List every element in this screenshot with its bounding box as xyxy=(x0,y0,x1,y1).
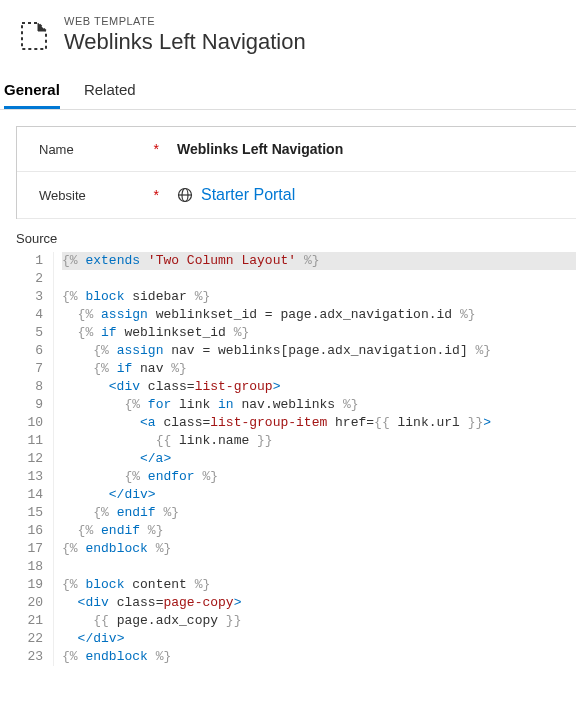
name-input[interactable]: Weblinks Left Navigation xyxy=(177,141,576,157)
globe-icon xyxy=(177,187,193,203)
required-indicator: * xyxy=(154,141,159,157)
website-row: Website * Starter Portal xyxy=(17,172,576,219)
form-area: Name * Weblinks Left Navigation Website … xyxy=(16,126,576,219)
website-link[interactable]: Starter Portal xyxy=(177,186,295,204)
required-indicator: * xyxy=(154,187,159,203)
web-template-icon xyxy=(18,19,50,51)
code-lines[interactable]: {% extends 'Two Column Layout' %} {% blo… xyxy=(54,252,576,666)
source-label: Source xyxy=(0,219,576,252)
breadcrumb: WEB TEMPLATE xyxy=(64,15,558,27)
tab-general[interactable]: General xyxy=(4,81,60,109)
code-gutter: 1234567891011121314151617181920212223 xyxy=(16,252,54,666)
name-label: Name xyxy=(39,142,74,157)
tab-bar: General Related xyxy=(0,63,576,110)
page-title: Weblinks Left Navigation xyxy=(64,29,558,55)
website-label: Website xyxy=(39,188,86,203)
source-editor[interactable]: 1234567891011121314151617181920212223 {%… xyxy=(16,252,576,666)
page-header: WEB TEMPLATE Weblinks Left Navigation xyxy=(0,0,576,63)
name-row: Name * Weblinks Left Navigation xyxy=(17,127,576,172)
tab-related[interactable]: Related xyxy=(84,81,136,109)
